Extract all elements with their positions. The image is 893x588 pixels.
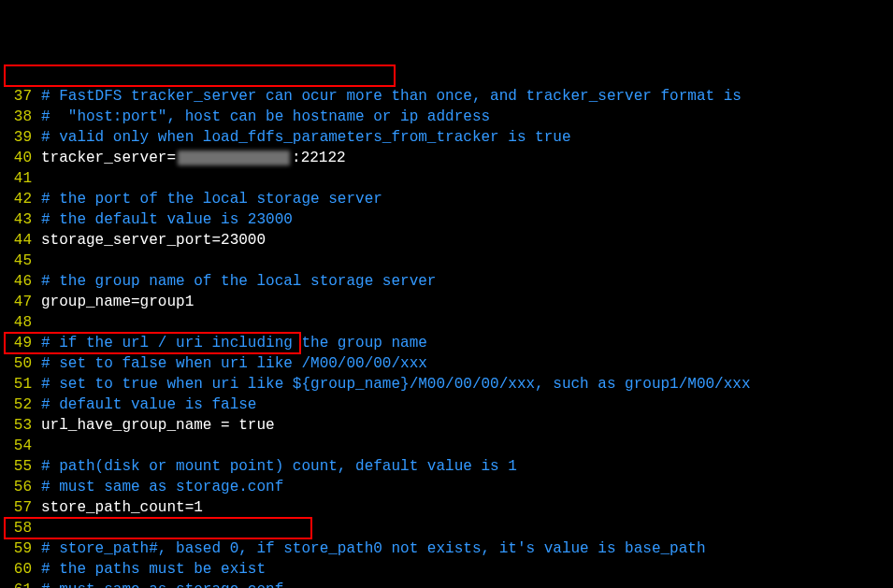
line-content[interactable]: # store_path#, based 0, if store_path0 n… (41, 538, 893, 559)
line-content[interactable]: group_name=group1 (41, 292, 893, 312)
code-line[interactable]: 50# set to false when uri like /M00/00/0… (0, 353, 893, 374)
line-number: 54 (0, 436, 41, 456)
line-content[interactable]: # FastDFS tracker_server can ocur more t… (41, 86, 893, 107)
code-line[interactable]: 40tracker_server=:22122 (0, 148, 893, 168)
line-number: 38 (0, 107, 41, 127)
code-line[interactable]: 42# the port of the local storage server (0, 189, 893, 209)
line-number: 48 (0, 312, 41, 333)
line-number: 59 (0, 538, 41, 559)
code-line[interactable]: 55# path(disk or mount point) count, def… (0, 456, 893, 477)
censored-ip (178, 151, 290, 165)
line-content[interactable]: # must same as storage.conf (41, 477, 893, 497)
line-number: 60 (0, 559, 41, 580)
line-content[interactable]: url_have_group_name = true (41, 415, 893, 436)
line-content[interactable]: # the paths must be exist (41, 559, 893, 580)
code-line[interactable]: 46# the group name of the local storage … (0, 271, 893, 292)
line-content[interactable]: # set to false when uri like /M00/00/00/… (41, 353, 893, 374)
code-line[interactable]: 44storage_server_port=23000 (0, 230, 893, 251)
line-number: 57 (0, 497, 41, 518)
line-number: 41 (0, 168, 41, 189)
code-line[interactable]: 52# default value is false (0, 394, 893, 415)
code-line[interactable]: 58 (0, 518, 893, 538)
line-content[interactable]: # valid only when load_fdfs_parameters_f… (41, 127, 893, 148)
line-content[interactable]: tracker_server=:22122 (41, 148, 893, 168)
line-content[interactable]: # "host:port", host can be hostname or i… (41, 107, 893, 127)
line-number: 42 (0, 189, 41, 209)
code-line[interactable]: 41 (0, 168, 893, 189)
code-line[interactable]: 51# set to true when uri like ${group_na… (0, 374, 893, 394)
line-number: 37 (0, 86, 41, 107)
line-number: 39 (0, 127, 41, 148)
line-content[interactable]: # the port of the local storage server (41, 189, 893, 209)
line-number: 56 (0, 477, 41, 497)
line-number: 51 (0, 374, 41, 394)
highlight-tracker-server (4, 65, 396, 87)
code-line[interactable]: 59# store_path#, based 0, if store_path0… (0, 538, 893, 559)
line-number: 46 (0, 271, 41, 292)
line-number: 61 (0, 580, 41, 588)
line-content[interactable]: storage_server_port=23000 (41, 230, 893, 251)
line-content[interactable]: # if the url / uri including the group n… (41, 333, 893, 353)
code-line[interactable]: 45 (0, 251, 893, 271)
line-number: 40 (0, 148, 41, 168)
line-number: 55 (0, 456, 41, 477)
code-line[interactable]: 39# valid only when load_fdfs_parameters… (0, 127, 893, 148)
line-content[interactable]: # default value is false (41, 394, 893, 415)
code-line[interactable]: 47group_name=group1 (0, 292, 893, 312)
code-line[interactable]: 57store_path_count=1 (0, 497, 893, 518)
code-editor[interactable]: 37# FastDFS tracker_server can ocur more… (0, 86, 893, 588)
code-line[interactable]: 54 (0, 436, 893, 456)
line-content[interactable]: # must same as storage.conf (41, 580, 893, 588)
code-line[interactable]: 49# if the url / uri including the group… (0, 333, 893, 353)
line-number: 58 (0, 518, 41, 538)
line-number: 53 (0, 415, 41, 436)
line-number: 47 (0, 292, 41, 312)
line-number: 43 (0, 209, 41, 230)
line-number: 52 (0, 394, 41, 415)
line-number: 45 (0, 251, 41, 271)
line-number: 44 (0, 230, 41, 251)
line-content[interactable]: # the default value is 23000 (41, 209, 893, 230)
line-content[interactable]: # the group name of the local storage se… (41, 271, 893, 292)
line-content[interactable]: # set to true when uri like ${group_name… (41, 374, 893, 394)
code-line[interactable]: 43# the default value is 23000 (0, 209, 893, 230)
code-line[interactable]: 61# must same as storage.conf (0, 580, 893, 588)
code-line[interactable]: 60# the paths must be exist (0, 559, 893, 580)
line-number: 49 (0, 333, 41, 353)
line-content[interactable]: # path(disk or mount point) count, defau… (41, 456, 893, 477)
code-line[interactable]: 48 (0, 312, 893, 333)
code-line[interactable]: 38# "host:port", host can be hostname or… (0, 107, 893, 127)
code-line[interactable]: 53url_have_group_name = true (0, 415, 893, 436)
line-number: 50 (0, 353, 41, 374)
code-line[interactable]: 56# must same as storage.conf (0, 477, 893, 497)
line-content[interactable]: store_path_count=1 (41, 497, 893, 518)
code-line[interactable]: 37# FastDFS tracker_server can ocur more… (0, 86, 893, 107)
